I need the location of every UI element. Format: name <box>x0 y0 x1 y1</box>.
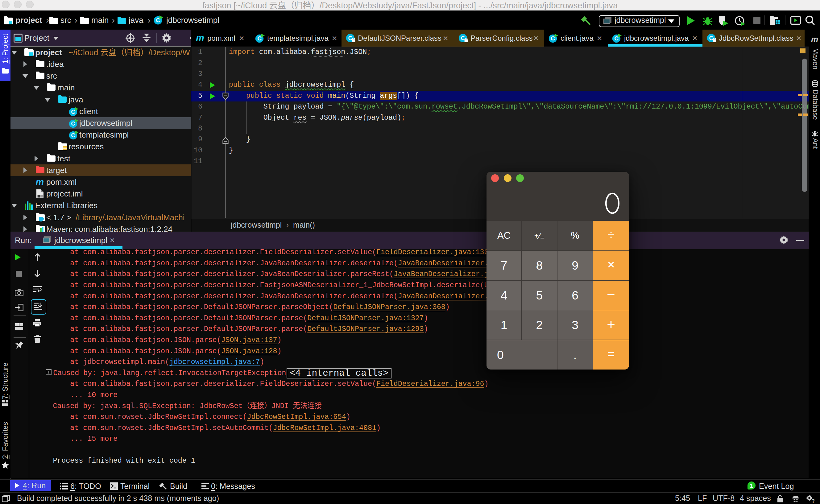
svg-text:?: ? <box>812 498 814 503</box>
svg-text:C: C <box>348 35 353 41</box>
svg-text:C: C <box>71 120 75 127</box>
svg-text:C: C <box>461 35 465 41</box>
svg-text:C: C <box>257 35 262 42</box>
svg-text:C: C <box>614 35 619 42</box>
svg-text:C: C <box>551 35 555 42</box>
svg-text:C: C <box>71 132 75 139</box>
svg-text:C: C <box>71 109 75 115</box>
svg-text:C: C <box>709 35 714 41</box>
